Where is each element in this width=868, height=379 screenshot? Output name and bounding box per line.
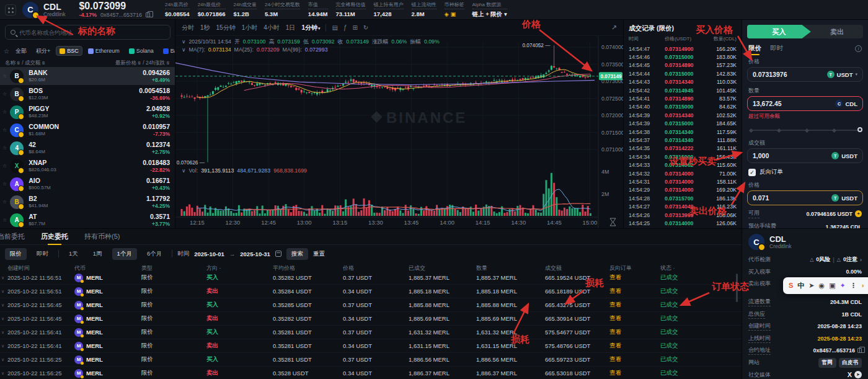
slider-dot[interactable] xyxy=(804,128,808,132)
view-link[interactable]: 查看 xyxy=(609,287,660,295)
whitepaper-button[interactable]: 白皮书 xyxy=(839,358,862,368)
order-row[interactable]: 2025-10-22 11:56:41 MMERL 限价 卖出 0.35281 … xyxy=(0,339,742,353)
timeframe-tab[interactable]: 4小时 xyxy=(264,24,280,32)
chain-tab[interactable]: Ethereum xyxy=(84,46,123,56)
order-row[interactable]: 2025-10-22 11:56:25 MMERL 限价 卖出 0.3528 U… xyxy=(0,367,742,379)
favorite-star-icon[interactable] xyxy=(2,199,7,205)
contract-address[interactable]: 0x8457...653716 xyxy=(100,12,142,18)
buy-price-value[interactable]: 0.07313976 xyxy=(753,71,823,78)
coin-list-item[interactable]: B B2 $41.94M 1.17792 +4.25% xyxy=(0,193,175,211)
indicator-icon[interactable]: ƒ xyxy=(343,24,347,31)
chain-tab[interactable]: Base xyxy=(159,46,175,56)
order-row[interactable]: 2025-10-22 11:56:51 MMERL 限价 卖出 0.35284 … xyxy=(0,285,742,298)
trade-row[interactable]: 14:54:44 0.07315000 142.83K xyxy=(624,69,742,78)
order-row[interactable]: 2025-10-22 11:56:25 MMERL 限价 买入 0.35281 … xyxy=(0,353,742,367)
buy-price-field[interactable]: 0.07313976 T USDT▾ xyxy=(747,67,863,82)
amount-slider[interactable] xyxy=(750,126,861,134)
range-1d[interactable]: 1天 xyxy=(64,248,83,260)
row-expand-icon[interactable] xyxy=(1,289,4,294)
row-expand-icon[interactable] xyxy=(1,303,4,308)
favorite-filter-icon[interactable] xyxy=(4,48,9,55)
col-name-volume[interactable]: 名称 / 成交额 xyxy=(5,60,45,67)
info-icon[interactable]: i xyxy=(855,45,862,52)
filter-limit[interactable]: 限价 xyxy=(5,248,27,260)
row-expand-icon[interactable] xyxy=(1,330,4,335)
total-value[interactable]: 1,000 xyxy=(753,152,828,159)
calendar-icon[interactable] xyxy=(275,251,281,257)
browser-extension-toolbar[interactable]: S 中 ➤ ◉ ▣ ✦ ⋮ ◗ xyxy=(783,277,868,294)
trade-row[interactable]: 14:54:40 0.07315000 84.62K xyxy=(624,103,742,111)
trade-row[interactable]: 14:54:43 0.07314340 110.03K xyxy=(624,78,742,86)
coin-list-item[interactable]: 4 42 $8.64M 0.12374 +2.75% xyxy=(0,139,175,157)
slider-dot[interactable] xyxy=(777,128,781,132)
trade-row[interactable]: 14:54:25 0.07314000 126.06K xyxy=(624,219,742,227)
view-link[interactable]: 查看 xyxy=(609,369,660,377)
sell-tab[interactable]: 卖出 xyxy=(811,25,863,38)
extension-icon[interactable]: S xyxy=(789,282,793,289)
token-search-box[interactable] xyxy=(5,25,170,40)
coin-list-item[interactable]: B BANK $20.6M 0.094266 +8.49% xyxy=(0,67,175,85)
slider-dot[interactable] xyxy=(749,128,753,132)
extension-icon[interactable]: ⋮ xyxy=(850,282,857,289)
favorite-star-icon[interactable] xyxy=(2,163,7,169)
order-row[interactable]: 2025-10-22 11:56:41 MMERL 限价 买入 0.35281 … xyxy=(0,326,742,339)
favorite-star-icon[interactable] xyxy=(2,217,7,223)
slider-dot[interactable] xyxy=(832,128,836,132)
coin-list-item[interactable]: A AIO $900.57M 0.16671 +0.43% xyxy=(0,175,175,193)
chain-tab[interactable]: BSC xyxy=(56,46,82,56)
row-expand-icon[interactable] xyxy=(1,275,4,280)
telegram-icon[interactable] xyxy=(854,371,862,378)
range-1m[interactable]: 1个月 xyxy=(112,248,137,260)
trade-row[interactable]: 14:54:27 0.07314049 116.23K xyxy=(624,202,742,210)
sell-price-field[interactable]: 0.071 TUSDT xyxy=(747,190,863,205)
trade-row[interactable]: 14:54:34 0.07315000 156.43K xyxy=(624,153,742,161)
chain-tab-all[interactable]: 全部 xyxy=(12,45,30,57)
extension-icon[interactable]: ▣ xyxy=(829,282,835,289)
trade-row[interactable]: 14:54:39 0.07315000 184.65K xyxy=(624,120,742,128)
sell-price-value[interactable]: 0.071 xyxy=(753,194,828,202)
view-link[interactable]: 查看 xyxy=(609,342,660,350)
extension-icon[interactable]: ◗ xyxy=(861,282,866,289)
collapse-caret-icon[interactable]: ∨ xyxy=(182,38,185,46)
trade-row[interactable]: 14:54:28 0.07315700 186.13K xyxy=(624,194,742,202)
extension-icon[interactable]: 中 xyxy=(797,282,804,289)
row-expand-icon[interactable] xyxy=(1,357,4,362)
extension-icon[interactable]: ✦ xyxy=(840,282,846,289)
favorite-star-icon[interactable] xyxy=(2,145,7,151)
order-row[interactable]: 2025-10-22 11:56:51 MMERL 限价 买入 0.35282 … xyxy=(0,271,742,285)
trade-row[interactable]: 14:54:29 0.07314000 169.20K xyxy=(624,186,742,194)
total-field[interactable]: 1,000 TUSDT xyxy=(747,148,863,163)
order-row[interactable]: 2025-10-22 11:56:45 MMERL 限价 买入 0.35285 … xyxy=(0,298,742,312)
instant-mode-tab[interactable]: 即时 xyxy=(770,44,783,53)
timeframe-tab[interactable]: 1分钟▾ xyxy=(301,24,320,32)
coin-list-item[interactable]: X XNAP $826,046.03 0.018483 -22.82% xyxy=(0,157,175,175)
chevron-right-icon[interactable]: › xyxy=(860,257,862,263)
filter-instant[interactable]: 即时 xyxy=(32,248,53,260)
coin-list-item[interactable]: B BOS $12.03M 0.0054518 -36.69% xyxy=(0,85,175,103)
trade-row[interactable]: 14:54:26 0.07313999 108.06K xyxy=(624,211,742,219)
app-grid-icon[interactable] xyxy=(5,4,16,16)
order-row[interactable]: 2025-10-22 11:56:45 MMERL 限价 卖出 0.35282 … xyxy=(0,312,742,326)
trade-row[interactable]: 14:54:41 0.07314890 83.57K xyxy=(624,94,742,102)
timeframe-tab[interactable]: 1小时 xyxy=(242,24,259,32)
favorite-star-icon[interactable] xyxy=(2,109,7,115)
qty-value[interactable]: 13,672.45 xyxy=(753,100,831,107)
reset-button[interactable]: 重置 xyxy=(313,250,325,258)
view-link[interactable]: 查看 xyxy=(609,301,660,309)
trade-row[interactable]: 14:54:47 0.07314900 166.20K xyxy=(624,45,742,53)
timeframe-tab[interactable]: 15分钟 xyxy=(216,24,236,32)
favorite-star-icon[interactable] xyxy=(2,181,7,187)
reverse-order-row[interactable]: 反向订单 xyxy=(748,168,862,176)
coin-list-item[interactable]: P PIGGY $48.23M 2.04928 +0.92% xyxy=(0,103,175,121)
timeframe-tab[interactable]: 分时 xyxy=(182,24,195,32)
coin-list-item[interactable]: C COMMON $1.68M 0.010957 -7.73% xyxy=(0,121,175,139)
row-expand-icon[interactable] xyxy=(1,371,4,376)
timeframe-tab[interactable]: 1秒 xyxy=(200,24,211,32)
chain-tab[interactable]: Solana xyxy=(125,46,157,56)
range-6m[interactable]: 6个月 xyxy=(142,248,167,260)
search-input[interactable] xyxy=(19,29,165,36)
limit-mode-tab[interactable]: 限价 xyxy=(748,44,761,53)
view-link[interactable]: 查看 xyxy=(609,355,660,363)
extension-icon[interactable]: ◉ xyxy=(819,282,825,289)
trade-row[interactable]: 14:54:39 0.07314340 102.52K xyxy=(624,111,742,119)
